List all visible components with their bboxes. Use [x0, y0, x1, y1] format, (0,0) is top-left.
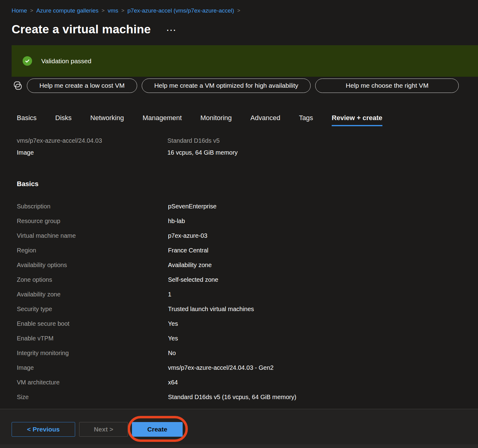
breadcrumb-separator-icon: >: [30, 8, 33, 14]
create-button[interactable]: Create: [132, 422, 183, 437]
copilot-suggestions-row: Help me create a low cost VM Help me cre…: [0, 78, 478, 94]
table-row-secure-boot: Enable secure boot Yes: [0, 316, 478, 331]
row-label: Subscription: [17, 203, 168, 210]
breadcrumb-link-vms[interactable]: vms: [108, 7, 118, 14]
row-value: Trusted launch virtual machines: [168, 306, 254, 313]
row-label: Enable vTPM: [17, 335, 168, 342]
breadcrumb-link-azure-compute-galleries[interactable]: Azure compute galleries: [36, 7, 99, 14]
row-value: Yes: [168, 320, 178, 327]
row-label: Security type: [17, 306, 168, 313]
footer-buttons: < Previous Next > Create: [0, 409, 478, 437]
table-row-vm-name: Virtual machine name p7ex-azure-03: [0, 228, 478, 243]
tab-management[interactable]: Management: [143, 114, 182, 126]
previous-button[interactable]: < Previous: [12, 422, 75, 437]
table-row-availability-options: Availability options Availability zone: [0, 258, 478, 272]
table-row-availability-zone: Availability zone 1: [0, 287, 478, 302]
summary-image-column: vms/p7ex-azure-accel/24.04.03 Image: [17, 137, 167, 156]
copilot-suggestion-low-cost-vm[interactable]: Help me create a low cost VM: [27, 79, 137, 93]
copilot-suggestion-choose-right-vm[interactable]: Help me choose the right VM: [315, 79, 459, 93]
summary-size-column: Standard D16ds v5 16 vcpus, 64 GiB memor…: [167, 137, 238, 156]
tab-review-create[interactable]: Review + create: [332, 114, 382, 126]
basics-section-title: Basics: [0, 180, 478, 188]
row-value: pSevenEnterprise: [168, 203, 217, 210]
tab-monitoring[interactable]: Monitoring: [200, 114, 232, 126]
table-row-vtpm: Enable vTPM Yes: [0, 331, 478, 346]
row-label: Availability options: [17, 262, 168, 269]
validation-banner: Validation passed: [12, 45, 478, 77]
row-value: Standard D16ds v5 (16 vcpus, 64 GiB memo…: [168, 394, 296, 401]
table-row-image: Image vms/p7ex-azure-accel/24.04.03 - Ge…: [0, 360, 478, 375]
row-value: p7ex-azure-03: [168, 232, 207, 239]
row-label: Size: [17, 394, 168, 401]
row-value: vms/p7ex-azure-accel/24.04.03 - Gen2: [168, 364, 274, 371]
summary-image-label: Image: [17, 149, 167, 156]
row-value: 1: [168, 291, 171, 298]
summary-size-specs: 16 vcpus, 64 GiB memory: [167, 149, 238, 156]
breadcrumb-separator-icon: >: [121, 8, 124, 14]
row-value: No: [168, 350, 176, 357]
summary-size-name: Standard D16ds v5: [167, 137, 238, 144]
table-row-zone-options: Zone options Self-selected zone: [0, 272, 478, 287]
copilot-icon: [12, 80, 23, 91]
tab-tags[interactable]: Tags: [299, 114, 313, 126]
summary-image-path: vms/p7ex-azure-accel/24.04.03: [17, 137, 167, 144]
title-row: Create a virtual machine ···: [0, 14, 478, 36]
breadcrumb: Home > Azure compute galleries > vms > p…: [0, 0, 478, 14]
row-label: Availability zone: [17, 291, 168, 298]
breadcrumb-link-home[interactable]: Home: [12, 7, 27, 14]
breadcrumb-link-p7ex-azure-accel[interactable]: p7ex-azure-accel (vms/p7ex-azure-accel): [127, 7, 234, 14]
create-button-wrapper: Create: [132, 422, 183, 437]
row-label: Integrity monitoring: [17, 350, 168, 357]
row-label: Image: [17, 364, 168, 371]
row-value: Availability zone: [168, 262, 212, 269]
table-row-region: Region France Central: [0, 243, 478, 258]
copilot-suggestion-high-availability[interactable]: Help me create a VM optimized for high a…: [142, 79, 311, 93]
row-value: x64: [168, 379, 178, 386]
row-label: Zone options: [17, 276, 168, 283]
table-row-integrity-monitoring: Integrity monitoring No: [0, 346, 478, 360]
row-value: France Central: [168, 247, 208, 254]
table-row-resource-group: Resource group hb-lab: [0, 214, 478, 228]
table-row-security-type: Security type Trusted launch virtual mac…: [0, 302, 478, 316]
table-row-subscription: Subscription pSevenEnterprise: [0, 199, 478, 214]
create-vm-page: Home > Azure compute galleries > vms > p…: [0, 0, 478, 448]
basics-review-table: Subscription pSevenEnterprise Resource g…: [0, 199, 478, 404]
tab-networking[interactable]: Networking: [90, 114, 124, 126]
wizard-footer-bar: < Previous Next > Create: [0, 409, 478, 448]
row-value: Yes: [168, 335, 178, 342]
wizard-tabs: Basics Disks Networking Management Monit…: [0, 110, 478, 126]
validation-banner-text: Validation passed: [41, 57, 91, 65]
tab-disks[interactable]: Disks: [55, 114, 72, 126]
table-row-vm-architecture: VM architecture x64: [0, 375, 478, 390]
success-check-icon: [23, 56, 32, 66]
row-value: hb-lab: [168, 218, 185, 225]
tab-advanced[interactable]: Advanced: [250, 114, 280, 126]
page-title: Create a virtual machine: [12, 23, 151, 36]
row-label: VM architecture: [17, 379, 168, 386]
row-label: Virtual machine name: [17, 232, 168, 239]
more-options-ellipsis-icon[interactable]: ···: [167, 25, 177, 34]
row-value: Self-selected zone: [168, 276, 218, 283]
breadcrumb-separator-icon: >: [101, 8, 104, 14]
table-row-size: Size Standard D16ds v5 (16 vcpus, 64 GiB…: [0, 390, 478, 404]
tab-basics[interactable]: Basics: [17, 114, 37, 126]
breadcrumb-separator-icon: >: [237, 8, 240, 14]
review-summary-header: vms/p7ex-azure-accel/24.04.03 Image Stan…: [0, 137, 478, 156]
row-label: Resource group: [17, 218, 168, 225]
row-label: Enable secure boot: [17, 320, 168, 327]
next-button-disabled[interactable]: Next >: [79, 422, 128, 437]
row-label: Region: [17, 247, 168, 254]
